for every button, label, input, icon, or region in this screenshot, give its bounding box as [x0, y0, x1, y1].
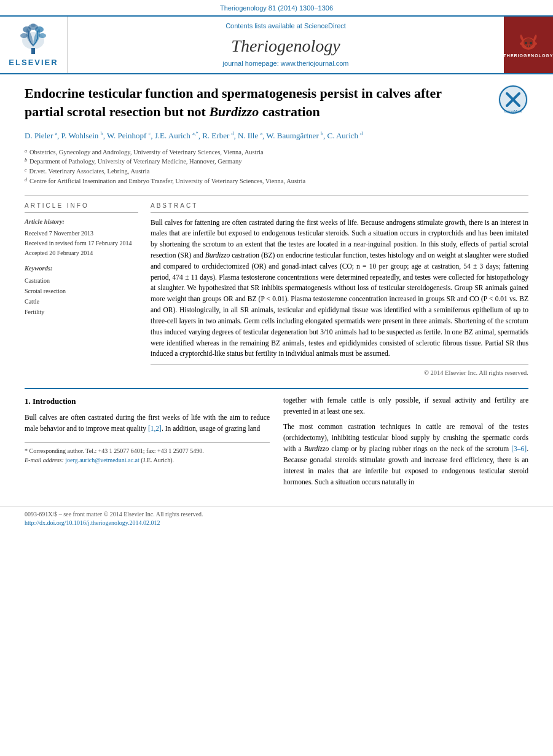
- intro-para-right-1: together with female cattle is only poss…: [283, 395, 528, 417]
- body-text-section: 1. Introduction Bull calves are often ca…: [25, 395, 528, 493]
- intro-para-1: Bull calves are often castrated during t…: [25, 412, 270, 435]
- affiliations: aObstetrics, Gynecology and Andrology, U…: [25, 148, 528, 186]
- body-col-left: 1. Introduction Bull calves are often ca…: [25, 395, 270, 493]
- body-divider: [25, 388, 528, 389]
- elsevier-logo-area: ELSEVIER: [0, 17, 68, 73]
- journal-title: Theriogenology: [231, 34, 340, 58]
- crossmark-badge[interactable]: CrossMark: [498, 84, 528, 115]
- sciencedirect-link[interactable]: Contents lists available at ScienceDirec…: [226, 22, 346, 31]
- svg-point-5: [20, 33, 28, 38]
- abstract-text: Bull calves for fattening are often cast…: [151, 218, 528, 360]
- section-divider-1: [25, 195, 528, 195]
- keywords-list: Castration Scrotal resection Cattle Fert…: [25, 275, 138, 317]
- journal-reference: Theriogenology 81 (2014) 1300–1306: [0, 0, 553, 15]
- journal-header: ELSEVIER Contents lists available at Sci…: [0, 15, 553, 74]
- bull-icon: [516, 31, 541, 53]
- authors-line: D. Pieler a, P. Wohlsein b, W. Peinhopf …: [25, 130, 528, 143]
- body-col-right: together with female cattle is only poss…: [283, 395, 528, 493]
- info-abstract-section: ARTICLE INFO Article history: Received 7…: [25, 202, 528, 378]
- journal-info-center: Contents lists available at ScienceDirec…: [68, 17, 504, 73]
- copyright-line: © 2014 Elsevier Inc. All rights reserved…: [151, 364, 528, 378]
- svg-text:CrossMark: CrossMark: [504, 109, 522, 113]
- article-info-label: ARTICLE INFO: [25, 202, 138, 213]
- footnotes: * Corresponding author. Tel.: +43 1 2507…: [25, 442, 270, 465]
- journal-logo-title: THERIOGENOLOGY: [504, 53, 553, 58]
- article-title: Endocrine testicular function and sperma…: [25, 84, 467, 120]
- journal-homepage: journal homepage: www.theriojournal.com: [223, 59, 349, 68]
- article-title-section: Endocrine testicular function and sperma…: [25, 84, 528, 120]
- article-info-column: ARTICLE INFO Article history: Received 7…: [25, 202, 138, 378]
- svg-point-13: [527, 45, 528, 47]
- footer: 0093-691X/$ – see front matter © 2014 El…: [0, 506, 553, 531]
- svg-point-6: [39, 33, 46, 38]
- svg-point-16: [533, 42, 537, 45]
- footnote-email: E-mail address: joerg.aurich@vetmeduni.a…: [25, 455, 270, 465]
- keywords-label: Keywords:: [25, 264, 138, 274]
- main-content: Endocrine testicular function and sperma…: [0, 74, 553, 498]
- svg-point-10: [525, 42, 527, 44]
- abstract-column: ABSTRACT Bull calves for fattening are o…: [151, 202, 528, 378]
- svg-point-7: [31, 23, 36, 27]
- svg-point-14: [529, 45, 530, 47]
- history-label: Article history:: [25, 218, 138, 227]
- journal-logo-box: THERIOGENOLOGY: [504, 17, 553, 73]
- intro-para-right-2: The most common castration techniques in…: [283, 422, 528, 487]
- elsevier-tree-icon: [12, 22, 55, 56]
- abstract-label: ABSTRACT: [151, 202, 528, 213]
- section-1-heading: 1. Introduction: [25, 395, 270, 408]
- article-dates: Received 7 November 2013 Received in rev…: [25, 229, 138, 258]
- doi-link[interactable]: http://dx.doi.org/10.1016/j.theriogenolo…: [25, 519, 160, 526]
- footnote-star: * Corresponding author. Tel.: +43 1 2507…: [25, 446, 270, 455]
- svg-point-11: [530, 42, 532, 44]
- issn-text: 0093-691X/$ – see front matter © 2014 El…: [25, 511, 203, 518]
- elsevier-brand-text: ELSEVIER: [9, 57, 58, 68]
- svg-point-15: [520, 42, 524, 45]
